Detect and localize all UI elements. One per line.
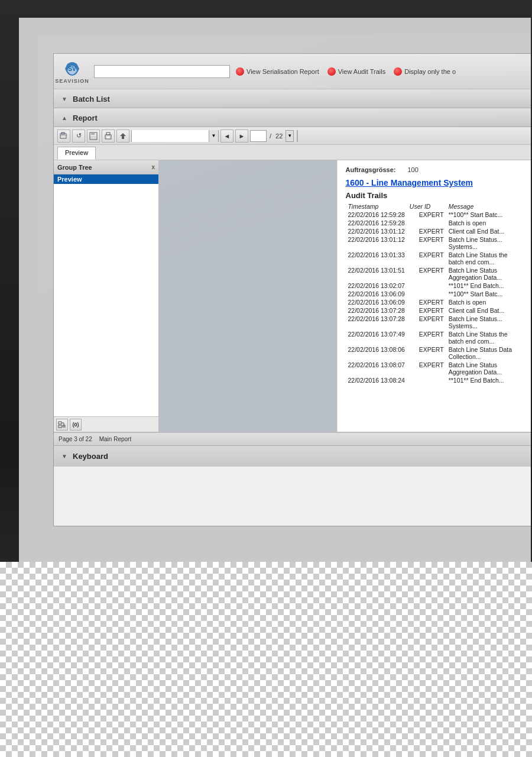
batch-list-title: Batch List — [73, 95, 110, 103]
auftrag-row: Auftragsgrösse: 100 — [346, 166, 524, 173]
audit-message: Batch Line Status Data Collection... — [446, 345, 523, 361]
tab-preview[interactable]: Preview — [57, 147, 96, 160]
search-dropdown[interactable]: ▼ — [209, 130, 218, 142]
svg-rect-8 — [106, 137, 110, 138]
page-total: 22 — [275, 132, 283, 140]
group-tree-panel: Group Tree x Preview — [54, 160, 159, 432]
batch-list-chevron-icon: ▼ — [60, 94, 69, 103]
group-tree-title: Group Tree — [57, 164, 92, 171]
audit-userid: EXPERT — [407, 298, 446, 306]
keyboard-title: Keyboard — [73, 452, 108, 461]
audit-timestamp: 22/02/2016 12:59:28 — [346, 219, 407, 227]
audit-table-row: 22/02/2016 12:59:28Batch is open — [346, 219, 524, 227]
view-audit-btn[interactable]: View Audit Trails — [327, 67, 386, 76]
page-info: Page 3 of 22 — [59, 436, 92, 442]
audit-table-row: 22/02/2016 13:01:33EXPERTBatch Line Stat… — [346, 251, 524, 266]
audit-timestamp: 22/02/2016 13:07:28 — [346, 306, 407, 315]
page-number-input[interactable]: 3 — [250, 130, 267, 142]
svg-rect-5 — [91, 137, 96, 139]
page-separator: / — [270, 132, 271, 140]
audit-timestamp: 22/02/2016 13:01:33 — [346, 251, 407, 266]
keyboard-chevron-icon: ▼ — [60, 452, 69, 461]
audit-timestamp: 22/02/2016 13:08:07 — [346, 361, 407, 376]
report-name-status: Main Report — [99, 436, 131, 442]
svg-rect-11 — [59, 425, 61, 428]
keyboard-section[interactable]: ▼ Keyboard — [54, 445, 531, 467]
audit-message: Batch is open — [446, 298, 523, 306]
logo-area: SV SEAVISION — [57, 59, 87, 84]
svg-text:SV: SV — [68, 66, 76, 72]
audit-table-row: 22/02/2016 13:02:07**101** End Batch... — [346, 282, 524, 290]
report-chevron-icon: ▲ — [60, 113, 69, 122]
audit-timestamp: 22/02/2016 13:07:28 — [346, 315, 407, 330]
svg-rect-2 — [61, 132, 64, 134]
tree-nav-icon[interactable] — [56, 419, 68, 431]
view-serialisation-btn[interactable]: View Serialisation Report — [236, 67, 319, 76]
audit-message: Batch Line Status... Systems... — [446, 315, 523, 330]
audit-timestamp: 22/02/2016 13:01:51 — [346, 266, 407, 282]
refresh-icon[interactable]: ↺ — [72, 130, 85, 143]
audit-userid: EXPERT — [407, 235, 446, 251]
group-tree-close-btn[interactable]: x — [151, 164, 155, 170]
print-icon[interactable] — [102, 130, 115, 143]
audit-message: **101** End Batch... — [446, 376, 523, 384]
audit-table: Timestamp User ID Message 22/02/2016 12:… — [346, 202, 524, 384]
audit-timestamp: 22/02/2016 13:01:12 — [346, 227, 407, 235]
main-search-input[interactable] — [94, 65, 230, 78]
col-message-header: Message — [446, 202, 523, 211]
audit-table-row: 22/02/2016 13:07:49EXPERTBatch Line Stat… — [346, 330, 524, 345]
col-userid-header: User ID — [407, 202, 446, 211]
audit-message: **100** Start Batc... — [446, 211, 523, 219]
audit-userid — [407, 290, 446, 298]
app-header: SV SEAVISION View Serialisation Report V… — [54, 54, 531, 89]
audit-table-row: 22/02/2016 13:01:51EXPERTBatch Line Stat… — [346, 266, 524, 282]
seavision-logo-icon: SV — [63, 59, 82, 78]
audit-userid: EXPERT — [407, 266, 446, 282]
audit-table-row: 22/02/2016 13:01:12EXPERTClient call End… — [346, 227, 524, 235]
nav-prev-icon[interactable]: ◄ — [220, 130, 233, 143]
report-section-header[interactable]: ▲ Report — [54, 108, 531, 127]
audit-userid: EXPERT — [407, 315, 446, 330]
red-dot-audit — [327, 67, 336, 76]
search-text-input[interactable] — [132, 130, 209, 142]
report-main-title: 1600 - Line Management System — [346, 178, 524, 187]
main-content: Group Tree x Preview — [54, 160, 531, 432]
audit-timestamp: 22/02/2016 13:06:09 — [346, 298, 407, 306]
audit-table-row: 22/02/2016 13:06:09EXPERTBatch is open — [346, 298, 524, 306]
audit-table-row: 22/02/2016 13:06:09**100** Start Batc... — [346, 290, 524, 298]
tree-item-preview[interactable]: Preview — [54, 174, 158, 184]
app-window: SV SEAVISION View Serialisation Report V… — [53, 53, 531, 526]
audit-userid: EXPERT — [407, 345, 446, 361]
open-file-icon[interactable] — [57, 130, 70, 143]
export-icon[interactable] — [116, 130, 129, 143]
page-dropdown[interactable]: ▼ — [286, 130, 294, 142]
nav-next-icon[interactable]: ► — [235, 130, 248, 143]
svg-rect-10 — [59, 422, 61, 424]
auftrag-value: 100 — [407, 166, 418, 173]
audit-message: Batch Line Status the batch end com... — [446, 251, 523, 266]
audit-userid: EXPERT — [407, 211, 446, 219]
audit-message: **100** Start Batc... — [446, 290, 523, 298]
audit-timestamp: 22/02/2016 13:08:06 — [346, 345, 407, 361]
audit-userid: EXPERT — [407, 361, 446, 376]
save-icon[interactable] — [87, 130, 100, 143]
audit-message: Client call End Bat... — [446, 306, 523, 315]
display-only-btn[interactable]: Display only the o — [394, 67, 456, 76]
report-content-area: Auftragsgrösse: 100 1600 - Line Manageme… — [337, 160, 531, 432]
red-dot-serialisation — [236, 67, 244, 76]
audit-table-row: 22/02/2016 13:07:28EXPERTClient call End… — [346, 306, 524, 315]
audit-userid — [407, 219, 446, 227]
tree-count-icon[interactable]: (0) — [70, 419, 82, 431]
audit-message: Batch Line Status the batch end com... — [446, 330, 523, 345]
audit-timestamp: 22/02/2016 13:07:49 — [346, 330, 407, 345]
audit-userid: EXPERT — [407, 251, 446, 266]
col-timestamp-header: Timestamp — [346, 202, 407, 211]
audit-table-row: 22/02/2016 13:08:06EXPERTBatch Line Stat… — [346, 345, 524, 361]
svg-marker-9 — [120, 133, 126, 139]
audit-message: Batch is open — [446, 219, 523, 227]
toolbar-separator — [297, 130, 298, 142]
bg-checker — [0, 562, 532, 757]
page-preview-area — [159, 160, 337, 432]
batch-list-section-header[interactable]: ▼ Batch List — [54, 89, 531, 108]
audit-userid: EXPERT — [407, 227, 446, 235]
